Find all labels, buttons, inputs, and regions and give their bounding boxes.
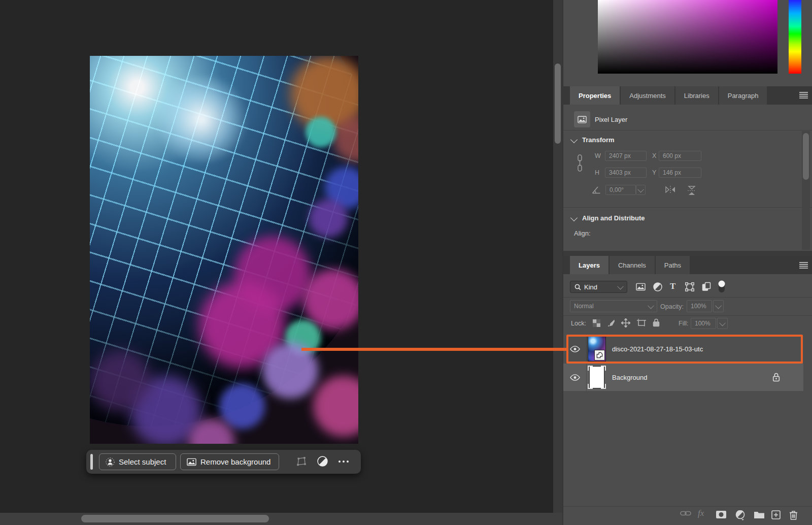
properties-scrollbar[interactable]	[803, 133, 809, 180]
link-dimensions-icon[interactable]	[577, 154, 583, 172]
annotation-connector-line	[301, 348, 568, 351]
properties-menu-icon[interactable]	[799, 92, 808, 99]
new-layer-icon[interactable]	[771, 510, 781, 519]
delete-layer-icon[interactable]	[789, 510, 798, 520]
select-subject-label: Select subject	[119, 457, 166, 466]
layers-panel-body: Kind T	[563, 274, 812, 506]
remove-background-label: Remove background	[200, 457, 270, 466]
search-icon	[574, 284, 581, 290]
tab-paths[interactable]: Paths	[656, 256, 690, 274]
pixel-layer-icon	[574, 111, 590, 127]
lock-position-icon[interactable]	[621, 318, 630, 327]
footer-divider	[563, 506, 812, 507]
tab-adjustments[interactable]: Adjustments	[621, 86, 674, 105]
tab-channels[interactable]: Channels	[610, 256, 655, 274]
fill-dropdown[interactable]	[717, 318, 728, 329]
filter-type-layers-icon[interactable]: T	[670, 281, 675, 291]
chevron-down-icon	[617, 283, 624, 289]
light-flare	[151, 76, 252, 162]
annotation-highlight-box	[566, 335, 803, 364]
tab-properties[interactable]: Properties	[570, 86, 620, 105]
align-label: Align:	[574, 229, 591, 237]
layer-visibility-toggle[interactable]	[563, 364, 587, 391]
kind-filter-dropdown[interactable]: Kind	[570, 281, 627, 293]
photoshop-workspace: Select subject Remove background	[0, 0, 812, 525]
height-input[interactable]: 3403 px	[605, 168, 647, 178]
rotation-dropdown[interactable]	[636, 185, 646, 195]
kind-filter-label: Kind	[584, 283, 597, 291]
add-adjustment-layer-icon[interactable]	[735, 510, 745, 520]
filter-adjustment-layers-icon[interactable]	[653, 282, 662, 291]
x-label: X	[652, 152, 656, 159]
new-group-icon[interactable]	[754, 510, 765, 519]
tab-libraries[interactable]: Libraries	[675, 86, 718, 105]
remove-background-icon	[187, 458, 196, 466]
lock-transparent-pixels-icon[interactable]	[593, 319, 600, 327]
rotation-input[interactable]: 0,00°	[605, 185, 636, 195]
right-panel: Properties Adjustments Libraries Paragra…	[562, 0, 812, 525]
x-input[interactable]: 600 px	[659, 151, 701, 161]
canvas-image-disco-ball[interactable]	[90, 56, 358, 444]
more-options-button[interactable]	[339, 461, 349, 463]
y-input[interactable]: 146 px	[659, 168, 701, 178]
lock-artboard-icon[interactable]	[637, 319, 646, 327]
h-label: H	[595, 169, 599, 176]
y-label: Y	[652, 169, 656, 176]
opacity-label: Opacity:	[660, 303, 684, 310]
transform-distort-icon[interactable]	[296, 456, 307, 467]
w-label: W	[595, 152, 601, 159]
filter-pixel-layers-icon[interactable]	[636, 283, 646, 291]
filter-toggle-switch[interactable]	[718, 280, 725, 293]
filter-smart-objects-icon[interactable]	[702, 282, 711, 291]
tab-paragraph[interactable]: Paragraph	[719, 86, 767, 105]
bokeh-circle	[90, 350, 151, 411]
add-layer-mask-icon[interactable]	[716, 510, 727, 519]
bokeh-circle	[219, 383, 265, 429]
layer-type-label: Pixel Layer	[595, 111, 627, 127]
fill-label: Fill:	[679, 320, 688, 327]
bokeh-circle	[309, 199, 348, 238]
remove-background-button[interactable]: Remove background	[180, 453, 279, 470]
opacity-dropdown[interactable]	[713, 300, 724, 312]
blend-mode-dropdown[interactable]: Normal	[570, 300, 657, 312]
bokeh-circle	[262, 343, 318, 399]
lock-image-pixels-icon[interactable]	[607, 319, 615, 327]
layer-effects-icon[interactable]: fx	[698, 508, 704, 518]
properties-tab-bar: Properties Adjustments Libraries Paragra…	[563, 86, 812, 105]
layer-lock-icon	[772, 373, 780, 382]
filter-shape-layers-icon[interactable]	[685, 282, 694, 291]
lock-all-icon[interactable]	[653, 318, 660, 327]
align-section-title: Align and Distribute	[582, 214, 645, 222]
adjustments-preset-icon[interactable]	[317, 456, 328, 467]
color-picker-saturation-field[interactable]	[598, 0, 777, 74]
select-subject-button[interactable]: Select subject	[99, 453, 176, 470]
width-input[interactable]: 2407 px	[605, 151, 647, 161]
transform-collapse-icon[interactable]	[570, 136, 578, 143]
fill-input[interactable]: 100%	[691, 318, 716, 329]
canvas-horizontal-scrollbar[interactable]	[81, 515, 269, 522]
flip-vertical-icon[interactable]	[688, 186, 696, 195]
select-subject-icon	[106, 457, 115, 467]
canvas-vertical-scrollbar[interactable]	[555, 63, 561, 144]
taskbar-drag-handle[interactable]	[90, 454, 93, 470]
lock-label: Lock:	[571, 320, 586, 327]
panel-gap	[563, 251, 812, 256]
layers-tab-bar: Layers Channels Paths	[563, 256, 812, 274]
flip-horizontal-icon[interactable]	[665, 186, 675, 193]
properties-panel-body: Pixel Layer Transform W 2407 px X 600 px…	[563, 105, 812, 251]
bokeh-circle	[306, 117, 336, 147]
layer-row-background[interactable]: Background	[563, 364, 803, 391]
layers-menu-icon[interactable]	[799, 262, 808, 269]
layer-name[interactable]: Background	[612, 374, 647, 381]
tab-layers[interactable]: Layers	[570, 256, 608, 274]
link-layers-icon[interactable]	[680, 510, 691, 516]
layer-thumbnail-background[interactable]	[588, 365, 606, 390]
opacity-input[interactable]: 100%	[687, 300, 712, 312]
contextual-task-bar: Select subject Remove background	[86, 450, 361, 474]
color-picker-hue-slider[interactable]	[789, 0, 801, 74]
rotation-angle-icon	[592, 186, 601, 194]
align-collapse-icon[interactable]	[570, 214, 578, 221]
bokeh-circle	[313, 376, 358, 437]
bokeh-circle	[303, 269, 358, 330]
transform-section-title: Transform	[582, 136, 615, 144]
